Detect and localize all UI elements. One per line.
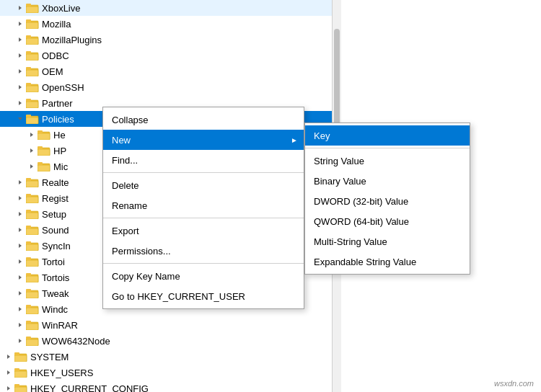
chevron-icon[interactable] <box>14 66 26 77</box>
svg-rect-21 <box>26 54 38 61</box>
svg-rect-83 <box>26 210 31 213</box>
chevron-icon[interactable] <box>14 192 26 204</box>
submenu-item-qword_value[interactable]: QWORD (64-bit) Value <box>305 211 470 231</box>
chevron-icon[interactable] <box>14 319 26 331</box>
submenu-item-string_value[interactable]: String Value <box>305 151 470 171</box>
submenu-item-multi_string[interactable]: Multi-String Value <box>305 231 470 251</box>
svg-rect-95 <box>26 241 31 244</box>
tree-item-hkey_current_config[interactable]: HKEY_CURRENT_CONFIG <box>0 380 332 392</box>
tree-item-mozilla[interactable]: Mozilla <box>0 16 332 32</box>
context-menu-item-permissions[interactable]: Permissions... <box>103 241 304 261</box>
svg-marker-84 <box>19 228 22 232</box>
svg-rect-101 <box>26 257 31 260</box>
svg-marker-132 <box>7 355 10 359</box>
svg-rect-135 <box>14 355 27 362</box>
tree-item-winrar[interactable]: WinRAR <box>0 317 332 333</box>
submenu-item-label: Key <box>314 130 330 141</box>
svg-marker-54 <box>30 148 33 153</box>
svg-rect-53 <box>38 130 43 133</box>
context-menu-item-label: Permissions... <box>112 246 171 257</box>
folder-icon <box>26 98 39 108</box>
chevron-icon[interactable] <box>14 2 26 14</box>
submenu-item-expandable_string[interactable]: Expandable String Value <box>305 251 470 272</box>
tree-item-mozillaplugins[interactable]: MozillaPlugins <box>0 32 332 48</box>
chevron-icon[interactable] <box>26 161 38 172</box>
tree-item-label: Tortois <box>42 272 69 283</box>
chevron-icon[interactable] <box>14 81 26 93</box>
svg-marker-6 <box>19 22 22 26</box>
svg-marker-36 <box>19 101 22 105</box>
svg-marker-18 <box>19 53 22 58</box>
context-menu-item-rename[interactable]: Rename <box>103 195 304 215</box>
tree-item-hkey_users[interactable]: HKEY_USERS <box>0 365 332 380</box>
tree-item-odbc[interactable]: ODBC <box>0 48 332 63</box>
context-menu-item-export[interactable]: Export <box>103 220 304 241</box>
tree-item-wow6432node[interactable]: WOW6432Node <box>0 333 332 349</box>
folder-icon <box>38 130 50 140</box>
chevron-icon[interactable] <box>14 272 26 283</box>
submenu-item-label: DWORD (32-bit) Value <box>314 196 408 207</box>
context-menu-item-label: Delete <box>112 180 139 191</box>
tree-item-label: Realte <box>42 177 69 188</box>
context-menu-item-new[interactable]: New► <box>103 130 304 150</box>
svg-marker-108 <box>19 291 22 295</box>
chevron-icon[interactable] <box>26 129 38 141</box>
context-menu-item-copy_key_name[interactable]: Copy Key Name <box>103 266 304 286</box>
chevron-icon[interactable] <box>3 351 14 362</box>
chevron-icon[interactable] <box>14 50 26 61</box>
chevron-icon[interactable] <box>14 97 26 109</box>
context-menu-item-collapse[interactable]: Collapse <box>103 110 304 130</box>
context-menu-item-find[interactable]: Find... <box>103 150 304 170</box>
folder-icon <box>26 82 39 92</box>
context-menu-item-goto_hkcu[interactable]: Go to HKEY_CURRENT_USER <box>103 286 304 306</box>
chevron-icon[interactable] <box>14 18 26 30</box>
folder-icon <box>26 336 39 346</box>
folder-icon <box>26 225 39 235</box>
svg-rect-11 <box>26 19 31 22</box>
submenu-item-key[interactable]: Key <box>305 125 470 146</box>
chevron-icon[interactable] <box>14 335 26 347</box>
tree-item-openssh[interactable]: OpenSSH <box>0 79 332 95</box>
tree-item-xboxlive[interactable]: XboxLive <box>0 0 332 16</box>
context-menu: CollapseNew►Find...DeleteRenameExportPer… <box>102 107 304 309</box>
tree-item-label: OEM <box>42 66 63 77</box>
chevron-icon[interactable] <box>14 288 26 299</box>
submenu-item-binary_value[interactable]: Binary Value <box>305 171 470 191</box>
svg-rect-51 <box>38 133 50 140</box>
chevron-icon[interactable] <box>14 256 26 267</box>
folder-icon <box>26 177 39 187</box>
svg-rect-39 <box>26 102 38 108</box>
svg-marker-114 <box>19 307 22 311</box>
chevron-icon[interactable] <box>14 113 26 125</box>
submenu-arrow-icon: ► <box>291 136 298 144</box>
svg-rect-113 <box>26 289 31 292</box>
tree-item-label: Policies <box>42 114 74 125</box>
svg-rect-35 <box>26 83 31 86</box>
context-menu-item-delete[interactable]: Delete <box>103 175 304 195</box>
svg-marker-90 <box>19 244 22 248</box>
folder-icon <box>14 383 27 392</box>
chevron-icon[interactable] <box>14 177 26 188</box>
svg-rect-29 <box>26 67 31 70</box>
menu-separator <box>103 263 304 264</box>
chevron-icon[interactable] <box>14 224 26 236</box>
submenu-item-dword_value[interactable]: DWORD (32-bit) Value <box>305 191 470 211</box>
svg-rect-65 <box>38 162 43 165</box>
tree-item-label: WinRAR <box>42 320 78 331</box>
svg-marker-12 <box>19 37 22 42</box>
context-menu-item-label: New <box>112 135 131 146</box>
chevron-icon[interactable] <box>14 240 26 251</box>
tree-item-oem[interactable]: OEM <box>0 63 332 79</box>
tree-item-label: SyncIn <box>42 241 71 251</box>
tree-item-system[interactable]: SYSTEM <box>0 349 332 365</box>
chevron-icon[interactable] <box>14 303 26 315</box>
folder-icon <box>26 320 39 330</box>
chevron-icon[interactable] <box>3 383 14 392</box>
folder-icon <box>14 368 27 378</box>
svg-rect-75 <box>26 197 38 203</box>
chevron-icon[interactable] <box>14 208 26 220</box>
chevron-icon[interactable] <box>3 367 14 378</box>
chevron-icon[interactable] <box>14 34 26 45</box>
svg-rect-147 <box>14 387 27 392</box>
chevron-icon[interactable] <box>26 145 38 156</box>
